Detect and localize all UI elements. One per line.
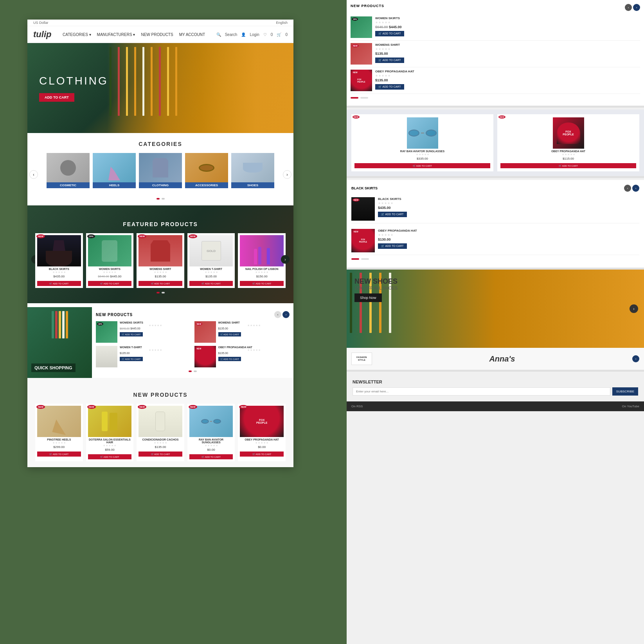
rss-link[interactable]: On RSS (351, 405, 363, 408)
newsletter-email-input[interactable] (353, 387, 610, 396)
rp-cart-btn-1[interactable]: 🛒 ADD TO CART (375, 31, 404, 36)
quick-products-panel: NEW PRODUCTS ‹ › 19% WOMENS SKIRTS (92, 307, 293, 378)
product-stars-1: ★★★★★ (37, 271, 81, 274)
featured-next-button[interactable]: › (281, 255, 290, 264)
login-icon[interactable]: 👤 (241, 32, 246, 37)
rp-cart-btn-2[interactable]: 🛒 ADD TO CART (375, 58, 404, 63)
rp-black-prev-button[interactable]: ‹ (624, 185, 631, 192)
featured-cart-button-1[interactable]: 🛒 ADD TO CART (37, 281, 81, 286)
rp-stars-2: ★★★★★ (375, 47, 640, 51)
np-cart-btn-3[interactable]: 🛒 ADD TO CART (139, 452, 182, 457)
product-img-2 (88, 235, 132, 266)
quick-cart-btn-1[interactable]: 🛒 ADD TO CART (120, 332, 143, 336)
language-selector[interactable]: English (276, 21, 288, 25)
np-cart-btn-4[interactable]: 🛒 ADD TO CART (189, 454, 233, 459)
category-heels-label: HEELS (93, 182, 136, 188)
np-name-5: OBEY PROPAGANDA HAT (240, 437, 284, 441)
quick-shop-label: QUICK SHOPPING (31, 363, 76, 372)
site-logo[interactable]: tulip (33, 29, 51, 40)
rp-hat-grid: NEW RAY BAN AVIATOR SUNGLASSES ★★★★★ $33… (351, 114, 639, 171)
np-cart-btn-1[interactable]: 🛒 ADD TO CART (37, 452, 81, 457)
category-accessories[interactable]: ACCESSORIES (185, 153, 228, 188)
featured-cart-button-2[interactable]: 🛒 ADD TO CART (88, 281, 132, 286)
rp-blackshirt-cart-btn[interactable]: 🛒 ADD TO CART (378, 212, 407, 217)
rp-obeyhat-cart-btn[interactable]: 🛒 ADD TO CART (378, 243, 407, 249)
quick-products-grid: 19% WOMENS SKIRTS ★★★★★ $646.00 $445.00 … (96, 321, 290, 367)
category-clothing[interactable]: CLOTHING (139, 153, 182, 188)
rp-black-dot-inactive (361, 258, 369, 260)
quick-dot-active (189, 371, 192, 372)
rp-obeyhat-stars: ★★★★★ (378, 233, 639, 237)
rp-product-row-1: 19% WOMEN SKIRTS ★★★★★ $646.00 $445.00 🛒… (351, 14, 640, 41)
quick-badge-4: NEW (196, 347, 203, 350)
rp-product-img-2: NEW (351, 43, 372, 65)
rp-brands-section: FASHIONSTYLE Anna's › (347, 348, 644, 370)
rp-blackshirt-info: BLACK SKIRTS ★★★★★ $435.00 🛒 ADD TO CART (378, 197, 639, 217)
new-product-5: NEW FOXPEOPLE OBEY PROPAGANDA HAT ★★★★★ … (238, 404, 286, 461)
quick-cart-btn-4[interactable]: 🛒 ADD TO CART (218, 357, 241, 361)
search-label[interactable]: Search (225, 32, 237, 37)
np-cart-btn-2[interactable]: 🛒 ADD TO CART (88, 454, 132, 459)
rp-obeyhat-info: OBEY PROPAGANDA HAT ★★★★★ $130.00 🛒 ADD … (378, 229, 639, 249)
rp-dot-inactive (360, 97, 368, 99)
np-img-4 (189, 406, 233, 437)
brands-next-button[interactable]: › (632, 355, 639, 362)
product-img-4: GOLD (189, 235, 233, 266)
rp-product-info-1: WOMEN SKIRTS ★★★★★ $646.00 $445.00 🛒 ADD… (375, 16, 640, 36)
categories-prev-button[interactable]: ‹ (29, 170, 38, 179)
subscribe-button[interactable]: SUBSCRIBE (612, 387, 638, 396)
category-shoes-label: SHOES (231, 182, 274, 188)
currency-selector[interactable]: US Dollar (33, 21, 49, 25)
quick-prev-button[interactable]: ‹ (274, 311, 281, 318)
quick-product-name-3: WOMEN T-SHIRT (120, 346, 191, 349)
np-cart-btn-5[interactable]: 🛒 ADD TO CART (240, 452, 284, 457)
search-icon[interactable]: 🔍 (216, 32, 221, 37)
quick-products-header: NEW PRODUCTS ‹ › (96, 311, 290, 318)
new-products-section: NEW PRODUCTS NEW PINGTREE HEELS ★★★★★ $2… (27, 378, 293, 467)
quick-product-info-4: OBEY PROPAGANDA HAT ★★★★★ $135.00 🛒 ADD … (218, 346, 290, 362)
quick-product-row-4: NEW OBEY PROPAGANDA HAT ★★★★★ $135.00 🛒 … (194, 346, 290, 367)
quick-product-img-2: NEW (194, 321, 216, 343)
category-heels[interactable]: HEELS (93, 153, 136, 188)
category-accessories-label: ACCESSORIES (185, 182, 228, 188)
rp-product-img-1: 19% (351, 16, 372, 38)
categories-next-button[interactable]: › (283, 170, 291, 179)
youtube-link[interactable]: On YouTube (622, 405, 639, 408)
quick-cart-btn-3[interactable]: 🛒 ADD TO CART (120, 357, 143, 361)
rp-snapback-cart-btn[interactable]: 🛒 ADD TO CART (500, 163, 636, 168)
quick-next-button[interactable]: › (282, 311, 290, 318)
shop-now-button[interactable]: Shop Now (354, 293, 382, 302)
category-cosmetic[interactable]: COSMETIC (47, 153, 90, 188)
featured-cart-button-3[interactable]: 🛒 ADD TO CART (139, 281, 182, 286)
cart-icon[interactable]: 🛒 (277, 32, 281, 37)
quick-price-2: $135.00 (218, 327, 290, 330)
rp-shoes-nav-btn[interactable]: › (630, 304, 638, 313)
nav-categories[interactable]: CATEGORIES ▾ (63, 32, 91, 37)
rp-snapback-card: NEW FOXPEOPLE OBEY PROPAGANDA HAT ★★★★★ … (497, 114, 639, 171)
login-label[interactable]: Login (250, 32, 259, 37)
category-cosmetic-label: COSMETIC (47, 182, 90, 188)
rp-black-next-button[interactable]: › (632, 185, 639, 192)
rp-obeyhat-price: $130.00 (378, 237, 639, 241)
featured-title: FEATURED PRODUCTS (35, 213, 286, 233)
featured-cart-button-5[interactable]: 🛒 ADD TO CART (240, 281, 284, 286)
nav-my-account[interactable]: MY ACCOUNT (179, 32, 205, 37)
rp-hats-section: NEW RAY BAN AVIATOR SUNGLASSES ★★★★★ $33… (347, 110, 644, 176)
nav-new-products[interactable]: NEW PRODUCTS (141, 32, 173, 37)
np-name-2: DOTERRA SALON ESSENTIALS HAIR (88, 437, 132, 444)
rp-cart-btn-3[interactable]: 🛒 ADD TO CART (375, 84, 404, 90)
rp-divider-4 (347, 370, 644, 372)
quick-cart-btn-2[interactable]: 🛒 ADD TO CART (218, 332, 241, 336)
brand-annas-text[interactable]: Anna's (489, 354, 515, 363)
featured-dots (35, 288, 286, 295)
wishlist-icon[interactable]: ♡ (263, 32, 267, 37)
featured-cart-button-4[interactable]: 🛒 ADD TO CART (189, 281, 233, 286)
rp-blackshirt-price: $435.00 (378, 206, 639, 210)
rp-np-prev-button[interactable]: ‹ (625, 4, 632, 11)
category-shoes[interactable]: SHOES (231, 153, 274, 188)
rp-np-next-button[interactable]: › (633, 4, 640, 11)
hero-add-cart-button[interactable]: ADD TO CART (39, 93, 74, 102)
rp-sunglasses-cart-btn[interactable]: 🛒 ADD TO CART (354, 163, 490, 168)
nav-manufacturers[interactable]: MANUFACTURERS ▾ (97, 32, 135, 37)
brand-logo-fashion[interactable]: FASHIONSTYLE (351, 353, 372, 365)
